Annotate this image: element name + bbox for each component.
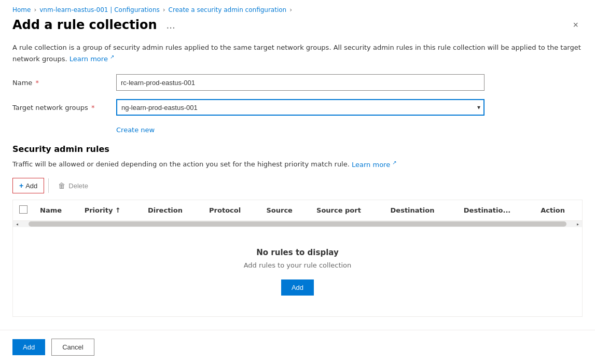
footer-cancel-button[interactable]: Cancel xyxy=(51,339,94,356)
external-link-icon: ↗ xyxy=(110,54,114,60)
ellipsis-button[interactable]: ... xyxy=(163,19,178,32)
empty-state: No rules to display Add rules to your ru… xyxy=(13,227,582,316)
breadcrumb-configurations[interactable]: vnm-learn-eastus-001 | Configurations xyxy=(39,6,160,13)
breadcrumb-sep-3: › xyxy=(289,6,292,13)
select-all-checkbox[interactable] xyxy=(19,205,27,214)
scrollbar-thumb[interactable] xyxy=(29,221,566,227)
footer-add-button[interactable]: Add xyxy=(12,339,45,355)
col-source-header[interactable]: Source xyxy=(260,200,310,221)
empty-state-description: Add rules to your rule collection xyxy=(23,261,572,269)
col-destination-header[interactable]: Destination xyxy=(384,200,458,221)
section-title: Security admin rules xyxy=(12,144,583,154)
page-container: Home › vnm-learn-eastus-001 | Configurat… xyxy=(0,0,595,364)
section-description: Traffic will be allowed or denied depend… xyxy=(12,158,583,170)
rules-toolbar: + Add 🗑 Delete xyxy=(12,178,583,193)
security-rules-section: Security admin rules Traffic will be all… xyxy=(12,144,583,317)
col-action-header[interactable]: Action xyxy=(534,200,582,221)
section-learn-more-link[interactable]: Learn more ↗ xyxy=(352,161,397,169)
empty-state-title: No rules to display xyxy=(23,248,572,257)
learn-more-label: Learn more xyxy=(70,55,108,63)
footer: Add Cancel xyxy=(0,330,595,364)
breadcrumb-create-config[interactable]: Create a security admin configuration xyxy=(169,6,287,13)
col-name-label: Name xyxy=(40,206,62,214)
target-select-wrapper: ng-learn-prod-eastus-001 ▾ xyxy=(116,99,485,116)
table-header: Name Priority ↑ Direction Protocol xyxy=(13,200,582,221)
col-protocol-label: Protocol xyxy=(209,206,241,214)
col-source-port-header[interactable]: Source port xyxy=(310,200,384,221)
col-direction-label: Direction xyxy=(148,206,183,214)
main-content: Add a rule collection ... × A rule colle… xyxy=(0,18,595,330)
target-label-text: Target network groups xyxy=(12,104,88,111)
col-source-port-label: Source port xyxy=(316,206,361,214)
rules-table: Name Priority ↑ Direction Protocol xyxy=(13,200,582,221)
breadcrumb-sep-2: › xyxy=(163,6,165,13)
horizontal-scrollbar[interactable]: ◂ ▸ xyxy=(13,221,582,227)
name-field-control xyxy=(116,74,485,91)
section-learn-more-label: Learn more xyxy=(352,161,390,169)
section-external-link-icon: ↗ xyxy=(392,159,396,165)
delete-label: Delete xyxy=(68,182,88,190)
target-label: Target network groups * xyxy=(12,104,116,111)
col-priority-header[interactable]: Priority ↑ xyxy=(78,200,142,221)
breadcrumb: Home › vnm-learn-eastus-001 | Configurat… xyxy=(0,0,595,18)
target-field-control: ng-learn-prod-eastus-001 ▾ xyxy=(116,99,485,116)
col-destination-label: Destination xyxy=(391,206,435,214)
col-source-label: Source xyxy=(266,206,292,214)
col-direction-header[interactable]: Direction xyxy=(142,200,203,221)
close-button[interactable]: × xyxy=(569,18,583,32)
target-network-groups-select[interactable]: ng-learn-prod-eastus-001 xyxy=(116,99,485,116)
name-label: Name * xyxy=(12,79,116,87)
target-required-star: * xyxy=(91,104,95,111)
description-text: A rule collection is a group of security… xyxy=(12,43,583,64)
target-field-row: Target network groups * ng-learn-prod-ea… xyxy=(12,99,583,116)
section-desc-part1: Traffic will be allowed or denied depend… xyxy=(12,161,350,169)
name-required-star: * xyxy=(36,79,39,87)
name-input[interactable] xyxy=(116,74,485,91)
description-learn-more-link[interactable]: Learn more ↗ xyxy=(70,55,115,63)
plus-icon: + xyxy=(19,181,23,190)
table-header-row: Name Priority ↑ Direction Protocol xyxy=(13,200,582,221)
col-priority-label: Priority ↑ xyxy=(85,206,121,214)
page-header: Add a rule collection ... × xyxy=(12,18,583,32)
scroll-right-arrow[interactable]: ▸ xyxy=(574,221,582,227)
create-new-row: Create new xyxy=(12,124,583,134)
col-name-header[interactable]: Name xyxy=(34,200,78,221)
create-new-link[interactable]: Create new xyxy=(116,126,155,134)
col-dest-port-header[interactable]: Destinatio... xyxy=(458,200,534,221)
trash-icon: 🗑 xyxy=(58,181,65,190)
col-checkbox xyxy=(13,200,34,221)
name-field-row: Name * xyxy=(12,74,583,91)
rules-table-container: Name Priority ↑ Direction Protocol xyxy=(12,200,583,317)
delete-rule-button[interactable]: 🗑 Delete xyxy=(53,178,93,193)
scroll-left-arrow[interactable]: ◂ xyxy=(13,221,21,227)
page-title: Add a rule collection xyxy=(12,18,157,32)
add-rule-label: Add xyxy=(25,182,37,190)
col-dest-port-label: Destinatio... xyxy=(464,206,510,214)
breadcrumb-sep-1: › xyxy=(34,6,36,13)
page-title-row: Add a rule collection ... xyxy=(12,18,178,32)
toolbar-separator xyxy=(48,178,49,193)
add-rule-button[interactable]: + Add xyxy=(12,178,44,193)
col-protocol-header[interactable]: Protocol xyxy=(203,200,260,221)
breadcrumb-home[interactable]: Home xyxy=(12,6,31,13)
empty-state-add-button[interactable]: Add xyxy=(281,279,314,296)
col-action-label: Action xyxy=(541,206,565,214)
scrollbar-track: ◂ ▸ xyxy=(13,221,582,227)
name-label-text: Name xyxy=(12,79,32,87)
